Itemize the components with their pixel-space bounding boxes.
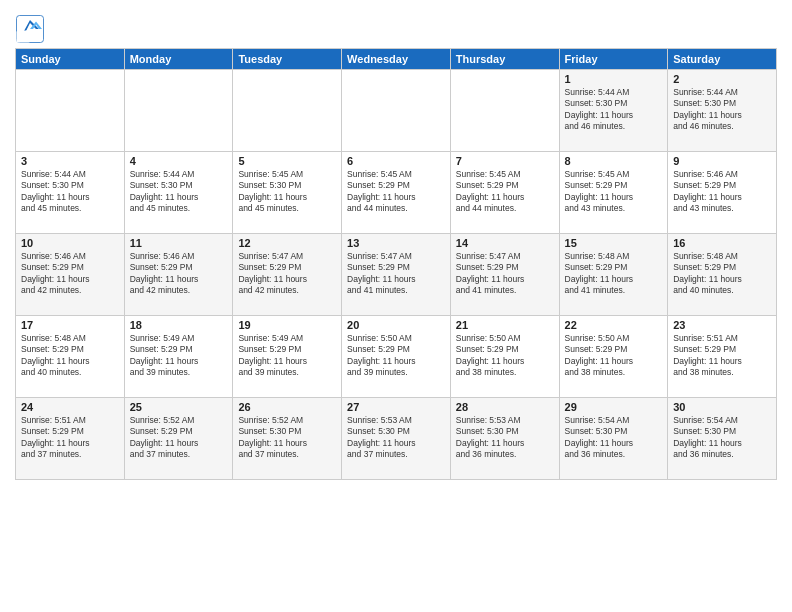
day-info: Sunrise: 5:46 AMSunset: 5:29 PMDaylight:… bbox=[130, 251, 228, 297]
day-number: 20 bbox=[347, 319, 445, 331]
day-number: 12 bbox=[238, 237, 336, 249]
weekday-header-sunday: Sunday bbox=[16, 49, 125, 70]
day-number: 25 bbox=[130, 401, 228, 413]
day-info: Sunrise: 5:47 AMSunset: 5:29 PMDaylight:… bbox=[347, 251, 445, 297]
day-number: 30 bbox=[673, 401, 771, 413]
day-number: 24 bbox=[21, 401, 119, 413]
calendar-cell: 20Sunrise: 5:50 AMSunset: 5:29 PMDayligh… bbox=[342, 316, 451, 398]
weekday-header-thursday: Thursday bbox=[450, 49, 559, 70]
calendar-cell bbox=[233, 70, 342, 152]
day-number: 29 bbox=[565, 401, 663, 413]
day-info: Sunrise: 5:44 AMSunset: 5:30 PMDaylight:… bbox=[565, 87, 663, 133]
day-info: Sunrise: 5:44 AMSunset: 5:30 PMDaylight:… bbox=[673, 87, 771, 133]
calendar-table: SundayMondayTuesdayWednesdayThursdayFrid… bbox=[15, 48, 777, 480]
calendar-cell: 3Sunrise: 5:44 AMSunset: 5:30 PMDaylight… bbox=[16, 152, 125, 234]
day-info: Sunrise: 5:50 AMSunset: 5:29 PMDaylight:… bbox=[456, 333, 554, 379]
day-info: Sunrise: 5:44 AMSunset: 5:30 PMDaylight:… bbox=[130, 169, 228, 215]
calendar-cell: 8Sunrise: 5:45 AMSunset: 5:29 PMDaylight… bbox=[559, 152, 668, 234]
day-info: Sunrise: 5:47 AMSunset: 5:29 PMDaylight:… bbox=[238, 251, 336, 297]
calendar-cell: 4Sunrise: 5:44 AMSunset: 5:30 PMDaylight… bbox=[124, 152, 233, 234]
week-row-3: 17Sunrise: 5:48 AMSunset: 5:29 PMDayligh… bbox=[16, 316, 777, 398]
day-info: Sunrise: 5:49 AMSunset: 5:29 PMDaylight:… bbox=[130, 333, 228, 379]
day-info: Sunrise: 5:48 AMSunset: 5:29 PMDaylight:… bbox=[673, 251, 771, 297]
calendar-cell: 19Sunrise: 5:49 AMSunset: 5:29 PMDayligh… bbox=[233, 316, 342, 398]
day-number: 27 bbox=[347, 401, 445, 413]
day-info: Sunrise: 5:50 AMSunset: 5:29 PMDaylight:… bbox=[565, 333, 663, 379]
day-number: 6 bbox=[347, 155, 445, 167]
day-number: 9 bbox=[673, 155, 771, 167]
day-number: 28 bbox=[456, 401, 554, 413]
weekday-header-row: SundayMondayTuesdayWednesdayThursdayFrid… bbox=[16, 49, 777, 70]
page: SundayMondayTuesdayWednesdayThursdayFrid… bbox=[0, 0, 792, 612]
day-info: Sunrise: 5:53 AMSunset: 5:30 PMDaylight:… bbox=[456, 415, 554, 461]
day-info: Sunrise: 5:48 AMSunset: 5:29 PMDaylight:… bbox=[21, 333, 119, 379]
calendar-cell: 24Sunrise: 5:51 AMSunset: 5:29 PMDayligh… bbox=[16, 398, 125, 480]
day-number: 18 bbox=[130, 319, 228, 331]
calendar-cell: 25Sunrise: 5:52 AMSunset: 5:29 PMDayligh… bbox=[124, 398, 233, 480]
day-info: Sunrise: 5:54 AMSunset: 5:30 PMDaylight:… bbox=[565, 415, 663, 461]
calendar-cell: 9Sunrise: 5:46 AMSunset: 5:29 PMDaylight… bbox=[668, 152, 777, 234]
day-number: 16 bbox=[673, 237, 771, 249]
day-number: 23 bbox=[673, 319, 771, 331]
day-number: 22 bbox=[565, 319, 663, 331]
calendar-cell: 29Sunrise: 5:54 AMSunset: 5:30 PMDayligh… bbox=[559, 398, 668, 480]
calendar-cell: 14Sunrise: 5:47 AMSunset: 5:29 PMDayligh… bbox=[450, 234, 559, 316]
day-info: Sunrise: 5:45 AMSunset: 5:29 PMDaylight:… bbox=[456, 169, 554, 215]
day-info: Sunrise: 5:52 AMSunset: 5:29 PMDaylight:… bbox=[130, 415, 228, 461]
calendar-cell: 13Sunrise: 5:47 AMSunset: 5:29 PMDayligh… bbox=[342, 234, 451, 316]
day-info: Sunrise: 5:51 AMSunset: 5:29 PMDaylight:… bbox=[673, 333, 771, 379]
week-row-4: 24Sunrise: 5:51 AMSunset: 5:29 PMDayligh… bbox=[16, 398, 777, 480]
day-info: Sunrise: 5:48 AMSunset: 5:29 PMDaylight:… bbox=[565, 251, 663, 297]
svg-rect-4 bbox=[17, 31, 31, 43]
day-number: 3 bbox=[21, 155, 119, 167]
calendar-cell: 21Sunrise: 5:50 AMSunset: 5:29 PMDayligh… bbox=[450, 316, 559, 398]
day-number: 1 bbox=[565, 73, 663, 85]
day-number: 7 bbox=[456, 155, 554, 167]
week-row-0: 1Sunrise: 5:44 AMSunset: 5:30 PMDaylight… bbox=[16, 70, 777, 152]
day-number: 5 bbox=[238, 155, 336, 167]
calendar-cell: 27Sunrise: 5:53 AMSunset: 5:30 PMDayligh… bbox=[342, 398, 451, 480]
weekday-header-monday: Monday bbox=[124, 49, 233, 70]
calendar-cell: 11Sunrise: 5:46 AMSunset: 5:29 PMDayligh… bbox=[124, 234, 233, 316]
week-row-1: 3Sunrise: 5:44 AMSunset: 5:30 PMDaylight… bbox=[16, 152, 777, 234]
day-info: Sunrise: 5:47 AMSunset: 5:29 PMDaylight:… bbox=[456, 251, 554, 297]
calendar-cell: 22Sunrise: 5:50 AMSunset: 5:29 PMDayligh… bbox=[559, 316, 668, 398]
day-info: Sunrise: 5:45 AMSunset: 5:29 PMDaylight:… bbox=[347, 169, 445, 215]
calendar-cell bbox=[16, 70, 125, 152]
day-number: 15 bbox=[565, 237, 663, 249]
day-number: 13 bbox=[347, 237, 445, 249]
calendar-cell: 7Sunrise: 5:45 AMSunset: 5:29 PMDaylight… bbox=[450, 152, 559, 234]
calendar-cell bbox=[342, 70, 451, 152]
calendar-cell: 5Sunrise: 5:45 AMSunset: 5:30 PMDaylight… bbox=[233, 152, 342, 234]
calendar-cell: 2Sunrise: 5:44 AMSunset: 5:30 PMDaylight… bbox=[668, 70, 777, 152]
day-info: Sunrise: 5:46 AMSunset: 5:29 PMDaylight:… bbox=[673, 169, 771, 215]
day-info: Sunrise: 5:53 AMSunset: 5:30 PMDaylight:… bbox=[347, 415, 445, 461]
weekday-header-friday: Friday bbox=[559, 49, 668, 70]
day-info: Sunrise: 5:45 AMSunset: 5:29 PMDaylight:… bbox=[565, 169, 663, 215]
weekday-header-saturday: Saturday bbox=[668, 49, 777, 70]
day-number: 8 bbox=[565, 155, 663, 167]
calendar-cell: 30Sunrise: 5:54 AMSunset: 5:30 PMDayligh… bbox=[668, 398, 777, 480]
calendar-cell: 1Sunrise: 5:44 AMSunset: 5:30 PMDaylight… bbox=[559, 70, 668, 152]
week-row-2: 10Sunrise: 5:46 AMSunset: 5:29 PMDayligh… bbox=[16, 234, 777, 316]
calendar-cell: 10Sunrise: 5:46 AMSunset: 5:29 PMDayligh… bbox=[16, 234, 125, 316]
day-info: Sunrise: 5:46 AMSunset: 5:29 PMDaylight:… bbox=[21, 251, 119, 297]
calendar-cell: 17Sunrise: 5:48 AMSunset: 5:29 PMDayligh… bbox=[16, 316, 125, 398]
logo bbox=[15, 14, 47, 44]
calendar-cell: 15Sunrise: 5:48 AMSunset: 5:29 PMDayligh… bbox=[559, 234, 668, 316]
day-number: 26 bbox=[238, 401, 336, 413]
day-number: 4 bbox=[130, 155, 228, 167]
day-number: 11 bbox=[130, 237, 228, 249]
day-number: 17 bbox=[21, 319, 119, 331]
day-number: 21 bbox=[456, 319, 554, 331]
calendar-cell: 16Sunrise: 5:48 AMSunset: 5:29 PMDayligh… bbox=[668, 234, 777, 316]
calendar-cell: 18Sunrise: 5:49 AMSunset: 5:29 PMDayligh… bbox=[124, 316, 233, 398]
day-number: 14 bbox=[456, 237, 554, 249]
calendar-cell: 6Sunrise: 5:45 AMSunset: 5:29 PMDaylight… bbox=[342, 152, 451, 234]
day-info: Sunrise: 5:44 AMSunset: 5:30 PMDaylight:… bbox=[21, 169, 119, 215]
day-info: Sunrise: 5:45 AMSunset: 5:30 PMDaylight:… bbox=[238, 169, 336, 215]
day-info: Sunrise: 5:52 AMSunset: 5:30 PMDaylight:… bbox=[238, 415, 336, 461]
day-number: 2 bbox=[673, 73, 771, 85]
day-info: Sunrise: 5:50 AMSunset: 5:29 PMDaylight:… bbox=[347, 333, 445, 379]
header bbox=[15, 10, 777, 44]
